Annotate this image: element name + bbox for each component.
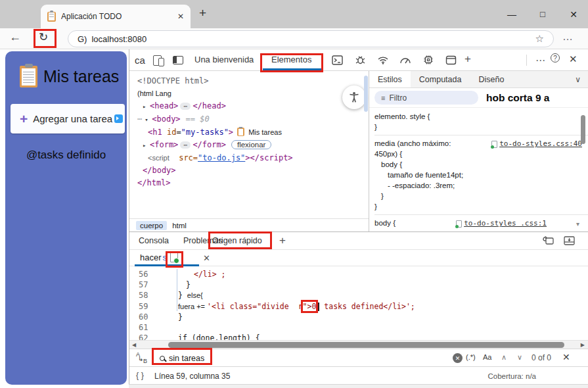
line[interactable]: } xyxy=(374,201,588,212)
new-tab-button[interactable]: + xyxy=(199,6,206,20)
line[interactable]: body { xyxy=(374,159,588,170)
filter-input[interactable]: ≡ Filtro xyxy=(374,91,478,105)
tab-styles[interactable]: Estilos xyxy=(369,71,411,87)
help-icon[interactable]: ? xyxy=(551,53,560,62)
segment-tag: <h1 xyxy=(148,128,162,137)
line[interactable]: ⋯▾<body>== $0 xyxy=(137,113,369,126)
code-editor[interactable]: 56</li> ;57}58} else{59fuera += '<li cla… xyxy=(129,266,588,340)
tab-close-icon[interactable]: ✕ xyxy=(177,12,184,21)
match-case-toggle[interactable]: Aa xyxy=(483,353,491,361)
line[interactable]: media (ancho máximo:to-do-styles.css:40 xyxy=(374,138,588,149)
favorite-star-icon[interactable]: ☆ xyxy=(535,33,544,45)
breadcrumb: cuerpo html xyxy=(129,218,369,231)
devtools-more-menu-icon[interactable]: ⋯ xyxy=(535,55,545,66)
tab-layout[interactable]: Diseño xyxy=(470,71,512,87)
more-tabs-plus-icon[interactable]: + xyxy=(464,53,471,66)
tab-elements[interactable]: Elementos xyxy=(271,55,311,64)
tab-computed[interactable]: Computada xyxy=(411,71,470,87)
line[interactable]: body {to-do-styles .css:1▾ xyxy=(374,218,588,228)
console-drawer-icon[interactable] xyxy=(330,54,344,66)
line[interactable]: <script src="to-do.js"></script> xyxy=(137,152,369,164)
line[interactable]: 60} xyxy=(129,312,588,322)
segment-str: tasks defined</li>'; xyxy=(319,302,415,311)
app-header: Mis tareas xyxy=(5,51,127,87)
line[interactable]: <!DOCTYPE html> xyxy=(137,75,369,87)
pseudo-class-toggles-label[interactable]: hob corta 9 a xyxy=(486,92,549,104)
window-maximize-button[interactable]: □ xyxy=(533,0,553,28)
line[interactable]: elemento. style { xyxy=(374,111,588,122)
line[interactable]: </body> xyxy=(137,164,369,177)
network-wifi-icon[interactable] xyxy=(376,54,390,66)
accessibility-person-icon[interactable] xyxy=(342,85,366,109)
search-close-icon[interactable]: ✕ xyxy=(562,352,570,362)
horizontal-scrollbar-thumb[interactable] xyxy=(168,342,564,348)
line[interactable]: 59fuera += '<li class="divider">0 tasks … xyxy=(129,301,588,312)
file-tab-close-icon[interactable]: ✕ xyxy=(203,253,210,263)
line[interactable]: <h1 id="my-tasks"> Mis tareas xyxy=(137,126,369,139)
line[interactable]: </html> xyxy=(137,177,369,189)
line[interactable]: 450px) { xyxy=(374,149,588,159)
panel-refresh-icon[interactable] xyxy=(542,235,555,246)
reload-button[interactable]: ↻ xyxy=(39,30,48,44)
line[interactable]: 62if (done.length) { xyxy=(129,333,588,340)
search-input[interactable]: sin tareas xyxy=(154,351,211,365)
scroll-right-icon[interactable]: ▶ xyxy=(581,342,585,348)
tab-console[interactable]: Consola xyxy=(139,236,169,245)
segment-attr: id xyxy=(162,128,177,137)
chevron-down-icon[interactable]: ∨ xyxy=(575,71,588,87)
line[interactable]: ▸<form>⋯</form>flexionar xyxy=(137,139,369,152)
browser-menu-icon[interactable]: … xyxy=(562,31,574,43)
coverage-label: Cobertura: n/a xyxy=(487,372,536,380)
devtools-close-icon[interactable]: ✕ xyxy=(569,53,577,65)
regex-toggle[interactable]: (.*) xyxy=(466,353,476,361)
memory-chip-icon[interactable] xyxy=(422,54,435,66)
line[interactable]: (html Lang xyxy=(137,87,369,100)
application-storage-icon[interactable] xyxy=(444,54,457,66)
line[interactable]: ▸<head>⋯</head> xyxy=(137,100,369,113)
inspect-tool-label[interactable]: ca xyxy=(135,55,145,66)
dom-scrollbar-thumb[interactable] xyxy=(364,76,368,112)
scroll-down-icon[interactable]: ▾ xyxy=(576,219,579,230)
browser-tab[interactable]: Aplicación TODO ✕ xyxy=(41,5,191,28)
breadcrumb-html[interactable]: html xyxy=(172,222,187,230)
add-task-button[interactable]: + Agregar una tarea xyxy=(11,104,125,133)
horizontal-scrollbar[interactable]: ◀ ▶ xyxy=(129,340,588,349)
line[interactable]: - -espaciado: .3rem; xyxy=(374,180,588,191)
line[interactable]: } xyxy=(374,122,588,132)
scroll-left-icon[interactable]: ◀ xyxy=(132,342,136,348)
segment-val: "my-tasks" xyxy=(181,128,229,137)
segment-sm: Mis tareas xyxy=(246,128,282,136)
debugger-bug-icon[interactable] xyxy=(353,54,367,66)
line[interactable]: 56</li> ; xyxy=(129,269,588,279)
line[interactable]: 57} xyxy=(129,279,588,290)
drawer-add-tab-icon[interactable]: + xyxy=(279,234,286,247)
address-bar[interactable]: G) localhost:8080 ☆ xyxy=(68,30,554,47)
line[interactable]: 61 xyxy=(129,322,588,333)
performance-gauge-icon[interactable] xyxy=(399,54,412,66)
stylesheet-link[interactable]: to-do-styles .css:1 xyxy=(456,218,547,229)
previous-match-icon[interactable]: ∧ xyxy=(501,353,507,362)
segment-smtag: <script xyxy=(148,154,170,162)
next-match-icon[interactable]: ∨ xyxy=(517,353,522,362)
segment-tag: </body> xyxy=(143,166,176,175)
styles-scrollbar-thumb[interactable] xyxy=(581,115,585,144)
window-minimize-button[interactable]: — xyxy=(502,0,522,28)
clear-search-icon[interactable]: ✕ xyxy=(453,353,463,363)
line[interactable]: 58} else{ xyxy=(129,290,588,301)
line[interactable]: } xyxy=(374,191,588,201)
line[interactable]: tamaño de fuente14pt; xyxy=(374,170,588,180)
window-close-button[interactable]: ✕ xyxy=(564,0,583,28)
device-emulation-icon[interactable] xyxy=(153,55,162,66)
breadcrumb-body[interactable]: cuerpo xyxy=(136,221,167,230)
dock-side-icon[interactable] xyxy=(173,56,183,64)
back-button[interactable]: ← xyxy=(9,30,21,44)
segment-tag: </form> xyxy=(192,140,226,149)
segment-sel: body { xyxy=(374,219,396,227)
source-file-tab[interactable]: hacer s xyxy=(135,250,199,266)
replace-toggle-icon[interactable]: ↳ xyxy=(136,352,148,364)
stylesheet-link[interactable]: to-do-styles.css:40 xyxy=(491,139,582,149)
tab-welcome[interactable]: Una bienvenida xyxy=(194,55,254,64)
braces-format-icon[interactable]: { } xyxy=(136,371,144,380)
tab-quick-source[interactable]: Origen rápido xyxy=(212,236,262,245)
expand-drawer-icon[interactable] xyxy=(563,235,576,246)
